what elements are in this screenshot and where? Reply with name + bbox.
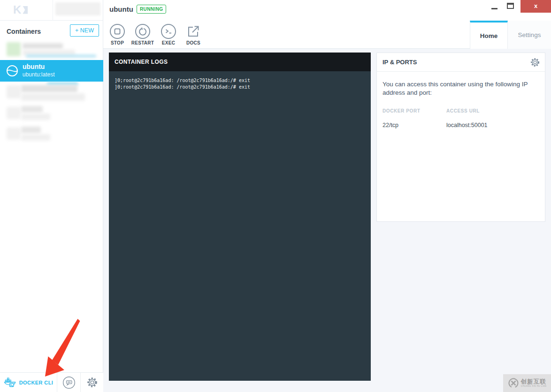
container-image-icon — [6, 64, 19, 77]
containers-section-header: Containers + NEW — [0, 22, 103, 40]
content-area: CONTAINER LOGS ]0;root@2c791b6a16ad: /ro… — [103, 49, 551, 392]
maximize-button[interactable] — [507, 3, 514, 9]
gear-icon — [86, 377, 98, 388]
docker-whale-icon — [4, 377, 16, 387]
redacted-container-item[interactable] — [0, 105, 103, 122]
minimize-button[interactable] — [491, 8, 497, 9]
redacted-container-item[interactable] — [0, 126, 103, 143]
ip-ports-body: You can access this container using the … — [377, 72, 545, 134]
status-badge: RUNNING — [137, 5, 166, 14]
kitematic-window: K Containers + NEW ubuntu ubuntu:latest — [0, 0, 551, 392]
ip-ports-header: IP & PORTS — [377, 53, 545, 72]
watermark-subtext: CHUANG XIN HU LIAN — [521, 385, 546, 388]
containers-label: Containers — [7, 28, 41, 35]
sidebar-bottom-bar: DOCKER CLI — [0, 372, 103, 392]
new-container-button[interactable]: + NEW — [70, 24, 99, 37]
ip-ports-title: IP & PORTS — [383, 53, 417, 72]
watermark: 创新互联 CHUANG XIN HU LIAN — [503, 374, 551, 392]
container-image-tag: ubuntu:latest — [23, 71, 55, 78]
access-url-value[interactable]: localhost:50001 — [446, 122, 539, 128]
close-button[interactable]: x — [520, 0, 551, 13]
chat-bubble-icon — [62, 376, 76, 389]
redacted-container-item[interactable] — [0, 41, 103, 59]
table-row: 22/tcp localhost:50001 — [383, 122, 539, 128]
toolbar: STOP RESTART EXEC — [103, 21, 551, 49]
column-docker-port: DOCKER PORT — [383, 108, 446, 113]
redacted-account-area — [55, 2, 100, 15]
docker-cli-label: DOCKER CLI — [19, 380, 53, 385]
log-line: ]0;root@2c791b6a16ad: /root@2c791b6a16ad… — [115, 77, 365, 84]
tab-home-label: Home — [480, 32, 498, 39]
tab-home[interactable]: Home — [470, 21, 508, 49]
tab-settings[interactable]: Settings — [508, 21, 551, 49]
container-logs-output[interactable]: ]0;root@2c791b6a16ad: /root@2c791b6a16ad… — [109, 71, 371, 381]
exec-label: EXEC — [162, 40, 175, 45]
header-divider — [53, 0, 53, 21]
container-name: ubuntu — [23, 63, 45, 70]
sidebar-header: K — [0, 0, 103, 21]
feedback-button[interactable] — [57, 373, 81, 392]
docker-port-value: 22/tcp — [383, 122, 446, 128]
page-title: ubuntu — [109, 5, 133, 13]
watermark-logo-icon — [508, 377, 519, 389]
sidebar: K Containers + NEW ubuntu ubuntu:latest — [0, 0, 103, 392]
app-logo: K — [13, 3, 28, 16]
ports-settings-gear-icon[interactable] — [530, 57, 540, 68]
stop-icon — [109, 23, 125, 39]
exec-icon — [161, 23, 176, 39]
restart-label: RESTART — [131, 40, 154, 45]
stop-label: STOP — [111, 40, 124, 45]
restart-button[interactable]: RESTART — [130, 23, 156, 45]
app-logo-letter: K — [13, 3, 22, 16]
titlebar: ubuntu RUNNING x — [103, 0, 551, 21]
sidebar-item-ubuntu[interactable]: ubuntu ubuntu:latest — [0, 60, 103, 82]
preferences-button[interactable] — [81, 373, 103, 392]
ip-ports-card: IP & PORTS You can access this container… — [376, 53, 545, 222]
docs-button[interactable]: DOCS — [180, 23, 207, 45]
restart-icon — [135, 23, 151, 39]
tab-settings-label: Settings — [518, 31, 541, 38]
container-logs-panel: CONTAINER LOGS ]0;root@2c791b6a16ad: /ro… — [109, 53, 371, 381]
watermark-brand: 创新互联 — [521, 379, 546, 385]
docs-external-link-icon — [185, 23, 201, 39]
log-line: ]0;root@2c791b6a16ad: /root@2c791b6a16ad… — [115, 84, 365, 90]
redacted-container-item[interactable] — [0, 83, 103, 102]
docker-cli-button[interactable]: DOCKER CLI — [0, 373, 57, 392]
column-access-url: ACCESS URL — [446, 108, 539, 113]
main-area: ubuntu RUNNING x STOP — [103, 0, 551, 392]
ip-ports-description: You can access this container using the … — [383, 80, 540, 97]
app-logo-mark — [23, 6, 28, 14]
container-logs-title: CONTAINER LOGS — [109, 53, 371, 71]
docs-label: DOCS — [186, 40, 200, 45]
stop-button[interactable]: STOP — [104, 23, 130, 45]
exec-button[interactable]: EXEC — [155, 23, 182, 45]
